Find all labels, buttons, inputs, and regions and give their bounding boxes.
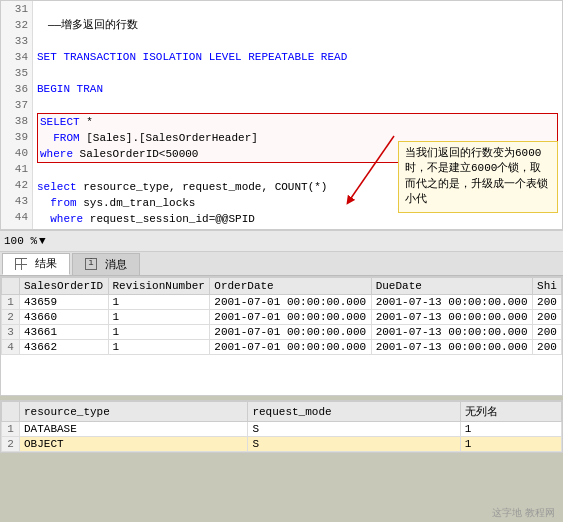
cell-shi: 200 [533,340,562,355]
code-line-37 [37,97,558,113]
cell-salesorderid: 43660 [20,310,109,325]
row-num-3: 3 [2,325,20,340]
annotation-text: 当我们返回的行数变为6000时，不是建立6000个锁，取而代之的是，升级成一个表… [405,147,548,205]
cell-salesorderid: 43662 [20,340,109,355]
table-row: 1 DATABASE S 1 [2,422,562,437]
code-line-38: SELECT * [40,114,555,130]
cell-orderdate: 2001-07-01 00:00:00.000 [210,325,371,340]
row2-num-1: 1 [2,422,20,437]
tab-results-label: 结果 [35,256,57,271]
watermark: 这字地 教程网 [492,506,555,520]
msg-icon: i [85,258,97,270]
cell2-count: 1 [460,422,561,437]
cell2-count: 1 [460,437,561,452]
col-orderdate-header: OrderDate [210,278,371,295]
table-row-highlighted: 2 OBJECT S 1 [2,437,562,452]
cell2-requestmode: S [248,422,460,437]
col-shi-header: Shi [533,278,562,295]
tab-messages[interactable]: i 消息 [72,253,140,275]
annotation-arrow [339,131,399,211]
line-numbers: 31 32 33 34 35 36 37 38 39 40 41 42 43 4… [1,1,33,229]
col2-requestmode-header: request_mode [248,402,460,422]
cell-orderdate: 2001-07-01 00:00:00.000 [210,340,371,355]
col-revisionnumber-header: RevisionNumber [108,278,210,295]
table-row: 3 43661 1 2001-07-01 00:00:00.000 2001-0… [2,325,562,340]
col2-resourcetype-header: resource_type [20,402,248,422]
cell-revisionnumber: 1 [108,310,210,325]
code-line-34: SET TRANSACTION ISOLATION LEVEL REPEATAB… [37,49,558,65]
cell-shi: 200 [533,295,562,310]
cell2-resourcetype: DATABASE [20,422,248,437]
col-rownum-header [2,278,20,295]
cell-shi: 200 [533,310,562,325]
row-num-2: 2 [2,310,20,325]
app-window: 31 32 33 34 35 36 37 38 39 40 41 42 43 4… [0,0,563,522]
table-row: 4 43662 1 2001-07-01 00:00:00.000 2001-0… [2,340,562,355]
code-line-32: ——增多返回的行数 [37,17,558,33]
table-row: 1 43659 1 2001-07-01 00:00:00.000 2001-0… [2,295,562,310]
cell-revisionnumber: 1 [108,340,210,355]
row2-num-2: 2 [2,437,20,452]
results-table-1: SalesOrderID RevisionNumber OrderDate Du… [1,277,562,355]
zoom-control[interactable]: 100 % ▼ [4,235,46,247]
code-editor[interactable]: 31 32 33 34 35 36 37 38 39 40 41 42 43 4… [0,0,563,230]
cell2-resourcetype: OBJECT [20,437,248,452]
annotation-bubble: 当我们返回的行数变为6000时，不是建立6000个锁，取而代之的是，升级成一个表… [398,141,558,213]
editor-toolbar: 100 % ▼ [0,230,563,252]
code-line-45: group by resource_type,request_mode [37,227,558,230]
results-table-2-container: resource_type request_mode 无列名 1 DATABAS… [0,400,563,453]
col-duedate-header: DueDate [371,278,532,295]
zoom-label: 100 % [4,235,37,247]
tab-messages-label: 消息 [105,257,127,272]
cell-duedate: 2001-07-13 00:00:00.000 [371,310,532,325]
code-line-33 [37,33,558,49]
code-line-31 [37,1,558,17]
results-tabs-bar: 结果 i 消息 [0,252,563,276]
zoom-dropdown-icon[interactable]: ▼ [39,235,46,247]
code-line-44: where request_session_id=@@SPID [37,211,558,227]
cell2-requestmode: S [248,437,460,452]
cell-duedate: 2001-07-13 00:00:00.000 [371,295,532,310]
results-table-2: resource_type request_mode 无列名 1 DATABAS… [1,401,562,452]
cell-shi: 200 [533,325,562,340]
grid-icon [15,258,27,270]
svg-line-0 [349,136,394,201]
tab-results[interactable]: 结果 [2,253,70,275]
cell-salesorderid: 43659 [20,295,109,310]
cell-duedate: 2001-07-13 00:00:00.000 [371,325,532,340]
cell-orderdate: 2001-07-01 00:00:00.000 [210,295,371,310]
col2-noname-header: 无列名 [460,402,561,422]
col2-rownum-header [2,402,20,422]
row-num-1: 1 [2,295,20,310]
col-salesorderid-header: SalesOrderID [20,278,109,295]
cell-revisionnumber: 1 [108,325,210,340]
code-line-36: BEGIN TRAN [37,81,558,97]
table-row: 2 43660 1 2001-07-01 00:00:00.000 2001-0… [2,310,562,325]
cell-orderdate: 2001-07-01 00:00:00.000 [210,310,371,325]
cell-duedate: 2001-07-13 00:00:00.000 [371,340,532,355]
results-table-1-container: SalesOrderID RevisionNumber OrderDate Du… [0,276,563,396]
code-line-35 [37,65,558,81]
cell-revisionnumber: 1 [108,295,210,310]
row-num-4: 4 [2,340,20,355]
cell-salesorderid: 43661 [20,325,109,340]
